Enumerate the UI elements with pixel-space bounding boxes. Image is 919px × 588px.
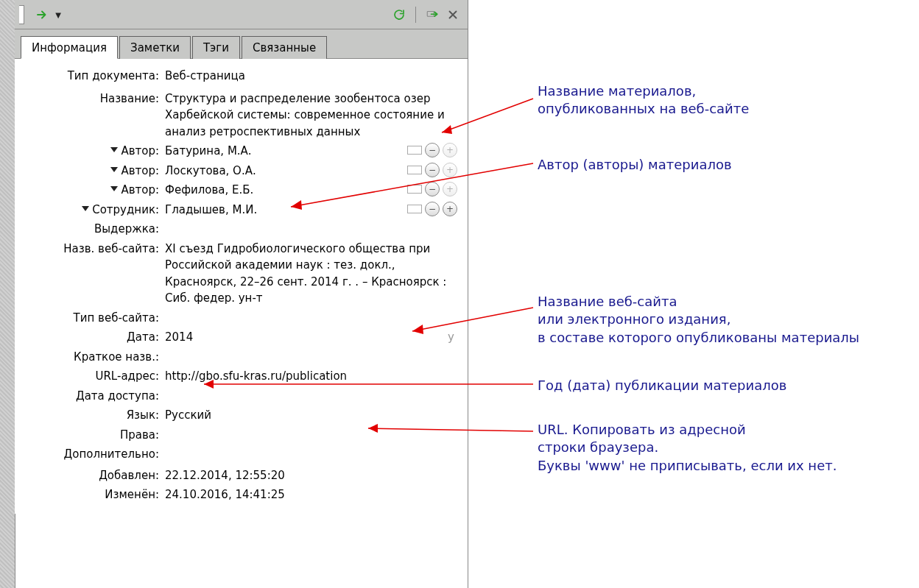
- annotation-url: URL. Копировать из адресной строки брауз…: [538, 421, 837, 475]
- toolbar: ▼: [15, 0, 468, 29]
- refresh-icon[interactable]: [390, 6, 408, 24]
- value-url[interactable]: http://gbo.sfu-kras.ru/publication: [165, 368, 457, 385]
- row-author: Автор: Фефилова, Е.Б. − +: [22, 182, 457, 199]
- label-author[interactable]: Автор:: [121, 182, 159, 199]
- remove-author-button[interactable]: −: [425, 143, 440, 157]
- remove-contributor-button[interactable]: −: [425, 202, 440, 216]
- label-author[interactable]: Автор:: [121, 143, 159, 160]
- row-access-date: Дата доступа:: [22, 388, 457, 405]
- left-gutter: [0, 0, 15, 588]
- row-author: Автор: Батурина, М.А. − +: [22, 143, 457, 160]
- remove-author-button[interactable]: −: [425, 182, 440, 196]
- row-date: Дата: 2014 y: [22, 329, 457, 346]
- value-website-title[interactable]: XI съезд Гидробиологического общества пр…: [165, 241, 457, 307]
- label-title: Название:: [100, 91, 159, 107]
- go-dropdown-icon[interactable]: ▼: [54, 6, 63, 24]
- label-website-type: Тип веб-сайта:: [74, 310, 159, 327]
- row-website-type: Тип веб-сайта:: [22, 310, 457, 327]
- value-item-type[interactable]: Веб-страница: [165, 68, 457, 85]
- label-date-modified: Изменён:: [105, 486, 159, 503]
- caret-down-icon[interactable]: [110, 147, 118, 152]
- tab-notes[interactable]: Заметки: [119, 36, 191, 59]
- label-author[interactable]: Автор:: [121, 163, 159, 180]
- date-format-hint: y: [448, 329, 454, 346]
- row-url: URL-адрес: http://gbo.sfu-kras.ru/public…: [22, 368, 457, 385]
- label-contributor[interactable]: Сотрудник:: [92, 202, 159, 219]
- row-extra: Дополнительно:: [22, 446, 457, 463]
- value-author[interactable]: Батурина, М.А.: [165, 143, 395, 160]
- value-title[interactable]: Структура и распределение зообентоса озе…: [165, 91, 457, 141]
- value-date-modified: 24.10.2016, 14:41:25: [165, 486, 457, 503]
- export-icon[interactable]: [423, 6, 441, 24]
- annotation-title: Название материалов, опубликованных на в…: [538, 82, 749, 118]
- label-date-added: Добавлен:: [99, 467, 159, 484]
- value-author[interactable]: Фефилова, Е.Б.: [165, 182, 395, 199]
- caret-down-icon[interactable]: [82, 206, 89, 211]
- row-rights: Права:: [22, 427, 457, 444]
- row-short-title: Краткое назв.:: [22, 349, 457, 366]
- add-author-button[interactable]: +: [443, 182, 457, 196]
- swap-name-icon[interactable]: [407, 166, 422, 174]
- tab-related[interactable]: Связанные: [242, 36, 327, 59]
- row-website-title: Назв. веб-сайта: XI съезд Гидробиологиче…: [22, 241, 457, 307]
- annotation-website: Название веб-сайта или электронного изда…: [538, 293, 859, 347]
- label-access-date: Дата доступа:: [76, 388, 159, 405]
- item-panel: ▼ Информация Заметки Тэги Связанные: [15, 0, 468, 588]
- close-icon[interactable]: [444, 6, 462, 24]
- row-abstract: Выдержка:: [22, 221, 457, 238]
- annotation-authors: Автор (авторы) материалов: [538, 156, 732, 174]
- row-contributor: Сотрудник: Гладышев, М.И. − +: [22, 202, 457, 219]
- add-author-button[interactable]: +: [443, 163, 457, 177]
- label-item-type: Тип документа:: [68, 68, 159, 85]
- row-item-type: Тип документа: Веб-страница: [22, 68, 457, 85]
- label-extra: Дополнительно:: [64, 446, 159, 463]
- row-language: Язык: Русский: [22, 407, 457, 424]
- value-contributor[interactable]: Гладышев, М.И.: [165, 202, 395, 219]
- row-author: Автор: Лоскутова, О.А. − +: [22, 163, 457, 180]
- label-website-title: Назв. веб-сайта:: [63, 241, 159, 258]
- value-author[interactable]: Лоскутова, О.А.: [165, 163, 395, 180]
- caret-down-icon[interactable]: [110, 186, 118, 191]
- swap-name-icon[interactable]: [407, 185, 422, 194]
- tabbar: Информация Заметки Тэги Связанные: [15, 29, 468, 59]
- label-rights: Права:: [120, 427, 159, 444]
- swap-name-icon[interactable]: [407, 146, 422, 155]
- label-url: URL-адрес:: [95, 368, 159, 385]
- tab-tags[interactable]: Тэги: [192, 36, 240, 59]
- label-abstract: Выдержка:: [94, 221, 159, 238]
- add-contributor-button[interactable]: +: [443, 202, 457, 216]
- label-language: Язык:: [127, 407, 159, 424]
- row-title: Название: Структура и распределение зооб…: [22, 91, 457, 141]
- remove-author-button[interactable]: −: [425, 163, 440, 177]
- value-language[interactable]: Русский: [165, 407, 457, 424]
- tab-info[interactable]: Информация: [21, 36, 118, 59]
- urlbar-fragment[interactable]: [19, 5, 24, 24]
- value-date-added: 22.12.2014, 12:55:20: [165, 467, 457, 484]
- go-arrow-icon[interactable]: [33, 6, 51, 24]
- caret-down-icon[interactable]: [110, 167, 118, 172]
- row-date-added: Добавлен: 22.12.2014, 12:55:20: [22, 467, 457, 484]
- swap-name-icon[interactable]: [407, 205, 422, 213]
- value-date[interactable]: 2014: [165, 329, 193, 346]
- add-author-button[interactable]: +: [443, 143, 457, 157]
- label-date: Дата:: [127, 329, 159, 346]
- row-date-modified: Изменён: 24.10.2016, 14:41:25: [22, 486, 457, 503]
- label-short-title: Краткое назв.:: [74, 349, 159, 366]
- annotation-date: Год (дата) публикации материалов: [538, 377, 786, 394]
- toolbar-separator: [415, 7, 416, 23]
- item-info-form: Тип документа: Веб-страница Название: Ст…: [15, 59, 468, 514]
